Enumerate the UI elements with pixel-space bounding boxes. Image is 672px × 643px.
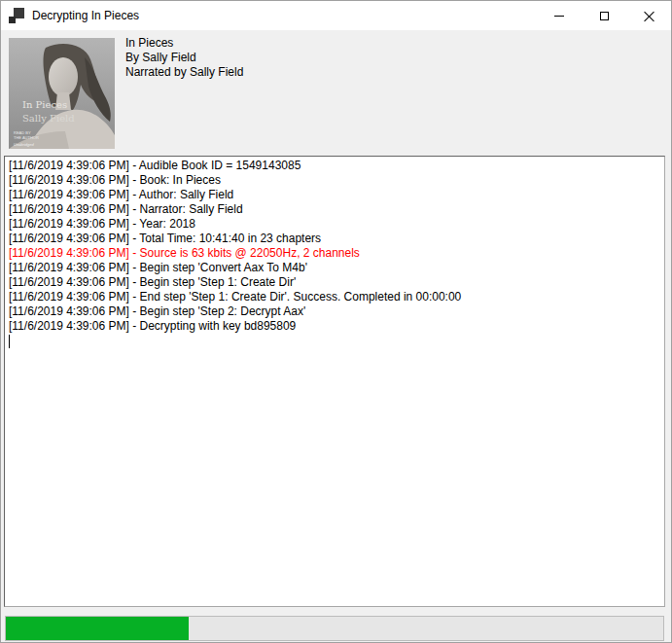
log-line: [11/6/2019 4:39:06 PM] - Source is 63 kb… (9, 246, 660, 261)
progress-fill (6, 617, 189, 640)
text-caret (9, 335, 10, 348)
minimize-button[interactable] (537, 1, 582, 30)
close-button[interactable] (626, 1, 671, 30)
cover-art-illustration: In Pieces Sally Field READ BY THE AUTHOR… (9, 38, 115, 149)
log-line: [11/6/2019 4:39:06 PM] - Audible Book ID… (9, 159, 660, 173)
log-line: [11/6/2019 4:39:06 PM] - Book: In Pieces (9, 173, 660, 188)
log-line: [11/6/2019 4:39:06 PM] - End step 'Step … (9, 290, 660, 304)
svg-text:Sally Field: Sally Field (22, 113, 75, 124)
svg-text:Unabridged: Unabridged (14, 142, 34, 147)
window-title: Decrypting In Pieces (32, 9, 139, 22)
log-lines: [11/6/2019 4:39:06 PM] - Audible Book ID… (9, 159, 660, 334)
log-line: [11/6/2019 4:39:06 PM] - Begin step 'Ste… (9, 304, 660, 319)
app-window: Decrypting In Pieces (0, 0, 672, 643)
svg-text:In Pieces: In Pieces (22, 99, 67, 110)
book-info: In Pieces By Sally Field Narrated by Sal… (125, 36, 243, 80)
app-icon (9, 8, 24, 23)
log-line: [11/6/2019 4:39:06 PM] - Narrator: Sally… (9, 202, 660, 217)
app-icon-block-small (9, 17, 16, 23)
book-author: By Sally Field (125, 51, 243, 65)
book-title: In Pieces (125, 36, 243, 51)
progress-bar (5, 616, 664, 641)
log-textbox[interactable]: [11/6/2019 4:39:06 PM] - Audible Book ID… (4, 156, 665, 607)
title-bar[interactable]: Decrypting In Pieces (1, 1, 671, 30)
maximize-button[interactable] (582, 1, 626, 30)
log-line: [11/6/2019 4:39:06 PM] - Begin step 'Ste… (9, 275, 660, 290)
log-line: [11/6/2019 4:39:06 PM] - Total Time: 10:… (9, 232, 660, 246)
book-cover-image: In Pieces Sally Field READ BY THE AUTHOR… (9, 38, 115, 149)
log-line: [11/6/2019 4:39:06 PM] - Begin step 'Con… (9, 261, 660, 275)
log-line: [11/6/2019 4:39:06 PM] - Decrypting with… (9, 319, 660, 334)
svg-text:THE AUTHOR: THE AUTHOR (14, 135, 39, 140)
maximize-icon (600, 12, 609, 20)
log-line: [11/6/2019 4:39:06 PM] - Author: Sally F… (9, 188, 660, 202)
log-line: [11/6/2019 4:39:06 PM] - Year: 2018 (9, 217, 660, 232)
book-narrator: Narrated by Sally Field (125, 65, 243, 80)
close-icon (644, 11, 654, 21)
window-controls (537, 1, 671, 30)
minimize-icon (554, 16, 564, 17)
